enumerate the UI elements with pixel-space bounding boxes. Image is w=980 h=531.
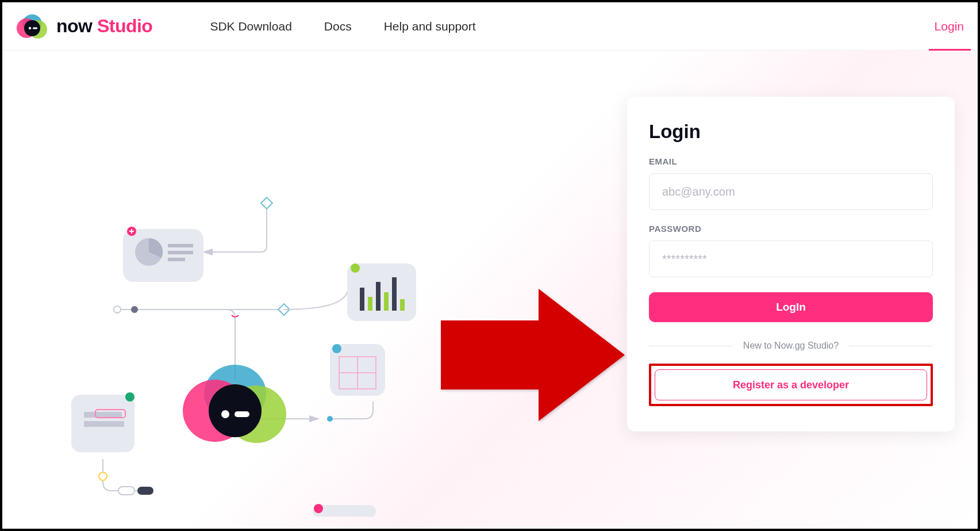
separator-text: New to Now.gg Studio?: [649, 341, 933, 351]
svg-rect-7: [123, 229, 203, 282]
annotation-arrow-icon: [441, 289, 625, 421]
main-nav: SDK Download Docs Help and support: [210, 20, 475, 33]
svg-rect-43: [137, 487, 153, 495]
svg-point-17: [351, 263, 360, 273]
password-field[interactable]: [649, 240, 933, 277]
svg-point-33: [209, 384, 262, 437]
svg-rect-22: [392, 277, 397, 311]
svg-point-45: [314, 504, 323, 513]
svg-point-29: [327, 416, 333, 422]
svg-rect-6: [261, 197, 272, 209]
svg-rect-9: [168, 244, 193, 247]
nav-help[interactable]: Help and support: [384, 20, 476, 33]
svg-rect-38: [84, 412, 122, 418]
svg-rect-23: [400, 299, 405, 311]
login-button[interactable]: LogIn: [649, 292, 933, 322]
svg-marker-46: [441, 289, 625, 421]
annotation-highlight: Register as a developer: [649, 364, 933, 406]
svg-rect-11: [168, 258, 185, 261]
svg-rect-20: [376, 282, 381, 311]
svg-point-41: [99, 472, 107, 480]
email-label: EMAIL: [649, 156, 933, 166]
svg-rect-35: [235, 411, 249, 417]
brand-icon: [16, 13, 48, 40]
nav-login[interactable]: Login: [935, 3, 964, 49]
svg-rect-5: [33, 27, 37, 29]
email-field[interactable]: [649, 173, 933, 210]
svg-point-14: [131, 306, 138, 313]
login-card: Login EMAIL PASSWORD LogIn New to Now.gg…: [627, 97, 955, 431]
svg-rect-21: [384, 292, 389, 311]
svg-rect-18: [360, 288, 364, 311]
nav-sdk-download[interactable]: SDK Download: [210, 20, 291, 33]
page-stage: Login EMAIL PASSWORD LogIn New to Now.gg…: [2, 51, 978, 529]
brand-name: now Studio: [56, 16, 152, 37]
register-developer-button[interactable]: Register as a developer: [655, 369, 927, 400]
svg-point-13: [114, 306, 121, 313]
top-header: now Studio SDK Download Docs Help and su…: [2, 2, 978, 51]
svg-rect-19: [368, 297, 372, 311]
svg-point-3: [24, 20, 40, 36]
login-title: Login: [649, 121, 933, 143]
brand-logo[interactable]: now Studio: [16, 13, 152, 40]
svg-point-34: [221, 410, 229, 418]
svg-rect-42: [118, 487, 134, 495]
svg-point-25: [332, 344, 341, 353]
svg-point-4: [29, 26, 31, 29]
svg-rect-39: [84, 421, 124, 427]
svg-rect-10: [168, 251, 193, 254]
password-label: PASSWORD: [649, 224, 933, 234]
nav-docs[interactable]: Docs: [324, 20, 352, 33]
svg-rect-16: [347, 263, 416, 321]
svg-point-37: [125, 392, 134, 402]
background-illustration: [43, 137, 491, 517]
